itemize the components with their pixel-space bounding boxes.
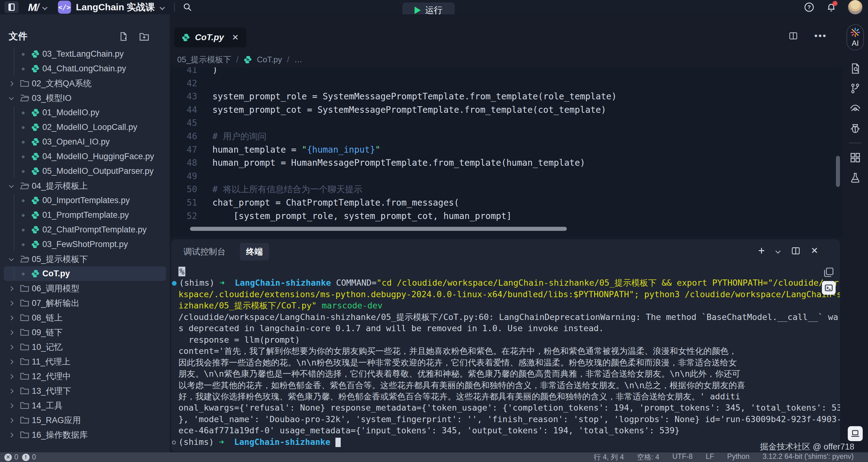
breadcrumb-folder[interactable]: 05_提示模板下 [177, 54, 231, 65]
status-item[interactable]: Python [727, 452, 750, 462]
tree-folder-12_代理中[interactable]: 12_代理中 [0, 369, 170, 383]
flask-icon[interactable] [849, 172, 861, 183]
chevron-right-icon[interactable] [9, 403, 14, 408]
avatar[interactable] [848, 0, 862, 14]
tree-file-CoT.py[interactable]: CoT.py [4, 266, 166, 281]
chevron-right-icon[interactable] [9, 301, 14, 305]
ai-assistant-button[interactable]: AI [846, 24, 864, 51]
chevron-down-icon[interactable] [9, 257, 14, 261]
chevron-right-icon[interactable] [9, 389, 14, 393]
doc-search-icon[interactable] [849, 63, 861, 74]
chevron-down-icon[interactable] [9, 96, 14, 100]
python-file-icon [31, 109, 39, 117]
terminal-output[interactable]: %(shims) ➜ LangChain-shizhanke COMMAND="… [179, 266, 820, 448]
status-item[interactable]: 行 4, 列 4 [594, 452, 624, 462]
tree-file-03_OpenAI_IO.py[interactable]: 03_OpenAI_IO.py [0, 134, 170, 149]
tree-folder-06_调用模型[interactable]: 06_调用模型 [0, 281, 170, 296]
more-actions-icon[interactable]: ••• [814, 31, 827, 41]
new-terminal-plus-icon[interactable]: + [758, 246, 765, 255]
tree-folder-03_模型IO[interactable]: 03_模型IO [0, 91, 170, 105]
search-icon[interactable] [183, 2, 192, 12]
tree-file-03_FewShotPrompt.py[interactable]: 03_FewShotPrompt.py [0, 237, 170, 252]
tree-folder-11_代理上[interactable]: 11_代理上 [0, 354, 170, 369]
terminal-dropdown-chevron-icon[interactable] [775, 248, 780, 253]
tree-file-02_ModelIO_LoopCall.py[interactable]: 02_ModelIO_LoopCall.py [0, 120, 170, 134]
chevron-right-icon[interactable] [9, 81, 14, 86]
python-file-icon [31, 64, 39, 73]
sidebar-toggle-icon[interactable] [4, 1, 19, 13]
tree-file-00_ImportTemplates.py[interactable]: 00_ImportTemplates.py [0, 193, 170, 208]
chevron-right-icon[interactable] [9, 418, 14, 423]
tree-folder-09_链下[interactable]: 09_链下 [0, 325, 170, 340]
chevron-right-icon[interactable] [9, 374, 14, 378]
breadcrumb[interactable]: 05_提示模板下 / CoT.py / … [177, 54, 302, 65]
tree-folder-10_记忆[interactable]: 10_记忆 [0, 340, 170, 354]
git-branch-icon[interactable] [849, 83, 861, 94]
chevron-right-icon[interactable] [9, 330, 14, 335]
tree-folder-02_文档QA系统[interactable]: 02_文档QA系统 [0, 76, 170, 91]
split-editor-icon[interactable] [788, 31, 798, 40]
chevron-right-icon[interactable] [9, 286, 14, 291]
new-file-icon[interactable] [119, 32, 128, 41]
tree-file-01_PromptTemplate.py[interactable]: 01_PromptTemplate.py [0, 208, 170, 222]
tab-cot-py[interactable]: CoT.py ✕ [174, 27, 246, 48]
split-panel-icon[interactable] [791, 246, 800, 255]
chevron-right-icon[interactable] [9, 315, 14, 320]
file-explorer: 文件 03_TextLangChain.py04_ChatLongChain.p… [0, 14, 170, 452]
bell-icon[interactable] [826, 2, 836, 12]
status-item[interactable]: 3.12.2 64-bit ('shims': pyenv) [763, 452, 854, 462]
vertical-scrollbar[interactable] [836, 156, 840, 187]
terminal-line: kspace/.cloudide/extensions/ms-python.de… [179, 289, 820, 300]
tree-folder-05_提示模板下[interactable]: 05_提示模板下 [0, 252, 170, 266]
status-item[interactable]: LF [706, 452, 714, 462]
terminal-box-icon[interactable] [822, 281, 836, 295]
terminal-line: ece-46af771a19df-0' usage_metadata={'inp… [179, 425, 820, 436]
project-icon: </> [58, 1, 71, 14]
eye-icon[interactable] [849, 103, 861, 114]
close-panel-icon[interactable]: ✕ [811, 245, 818, 256]
panel-tab-终端[interactable]: 终端 [240, 243, 269, 260]
extensions-grid-icon[interactable] [849, 152, 861, 163]
status-item[interactable]: UTF-8 [673, 452, 693, 462]
chevron-right-icon[interactable] [9, 433, 14, 437]
close-tab-icon[interactable]: ✕ [232, 33, 239, 42]
code-editor[interactable]: 41)42 43system_prompt_role = SystemMessa… [170, 67, 842, 237]
tree-file-01_ModelIO.py[interactable]: 01_ModelIO.py [0, 105, 170, 120]
device-laptop-icon[interactable] [848, 426, 863, 441]
pages-icon[interactable] [823, 267, 834, 278]
tree-folder-16_操作数据库[interactable]: 16_操作数据库 [0, 427, 170, 442]
tree-folder-13_代理下[interactable]: 13_代理下 [0, 383, 170, 398]
tree-folder-04_提示模板上[interactable]: 04_提示模板上 [0, 179, 170, 193]
tree-file-04_ModelIO_HuggingFace.py[interactable]: 04_ModelIO_HuggingFace.py [0, 149, 170, 164]
folder-icon [20, 357, 29, 365]
indent-guide [14, 106, 14, 178]
status-item[interactable]: 空格: 4 [637, 452, 659, 462]
tree-folder-15_RAG应用[interactable]: 15_RAG应用 [0, 413, 170, 427]
tree-file-04_ChatLongChain.py[interactable]: 04_ChatLongChain.py [0, 61, 170, 76]
tree-folder-14_工具[interactable]: 14_工具 [0, 398, 170, 413]
help-icon[interactable]: ? [804, 2, 814, 12]
breadcrumb-file[interactable]: CoT.py [257, 55, 282, 64]
errors-badge[interactable]: ✕ 0 [4, 453, 19, 461]
new-folder-icon[interactable] [139, 32, 149, 41]
tree-folder-08_链上[interactable]: 08_链上 [0, 310, 170, 325]
file-dot [22, 68, 25, 70]
project-name[interactable]: LangChain 实战课 [76, 1, 155, 14]
panel-tab-调试控制台[interactable]: 调试控制台 [177, 243, 232, 260]
project-chevron-icon[interactable] [160, 5, 165, 10]
warnings-badge[interactable]: ! 0 [22, 453, 36, 461]
chevron-down-icon[interactable] [9, 184, 14, 188]
breadcrumb-more[interactable]: … [294, 55, 302, 64]
tab-bar: CoT.py ✕ ••• [170, 14, 842, 50]
logo-chevron-icon[interactable] [42, 5, 47, 10]
folder-icon [20, 299, 29, 307]
tree-folder-07_解析输出[interactable]: 07_解析输出 [0, 296, 170, 310]
marscode-logo[interactable]: M/ [28, 1, 39, 13]
tree-file-02_ChatPromptTemplate.py[interactable]: 02_ChatPromptTemplate.py [0, 222, 170, 237]
horizontal-scrollbar[interactable] [190, 227, 567, 231]
bug-icon[interactable] [849, 123, 861, 134]
chevron-right-icon[interactable] [9, 360, 14, 364]
tree-file-05_ModelIO_OutputParser.py[interactable]: 05_ModelIO_OutputParser.py [0, 164, 170, 179]
chevron-right-icon[interactable] [9, 345, 14, 349]
tree-file-03_TextLangChain.py[interactable]: 03_TextLangChain.py [0, 47, 170, 61]
